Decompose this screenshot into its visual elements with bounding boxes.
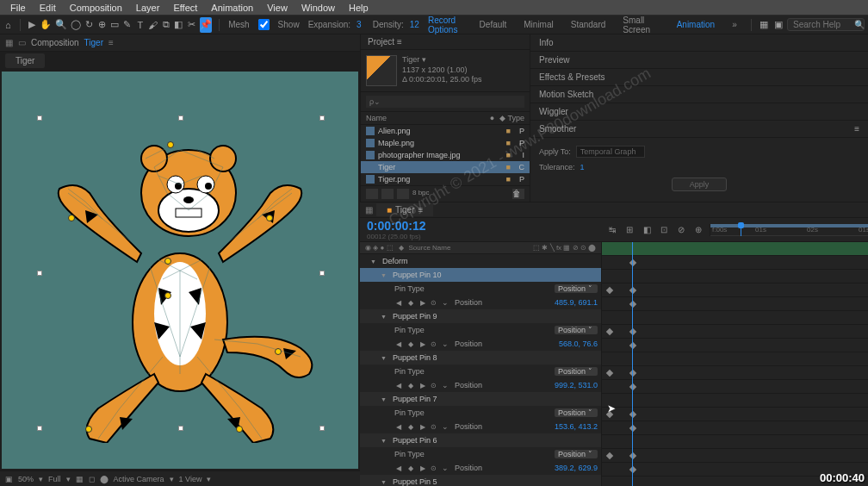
timecode[interactable]: 0:00:00:12 bbox=[367, 219, 594, 233]
puppet-pin[interactable] bbox=[275, 348, 282, 355]
text-tool[interactable]: T bbox=[135, 17, 145, 33]
wiggler-panel[interactable]: Wiggler bbox=[530, 103, 868, 121]
playhead[interactable] bbox=[741, 224, 741, 236]
density-value[interactable]: 12 bbox=[410, 20, 419, 29]
track-row[interactable] bbox=[602, 366, 868, 380]
search-help-input[interactable] bbox=[787, 18, 865, 31]
motion-sketch-panel[interactable]: Motion Sketch bbox=[530, 86, 868, 103]
track-row[interactable] bbox=[602, 352, 868, 366]
workspace-default[interactable]: Default bbox=[473, 18, 514, 31]
type-column[interactable]: ◆ Type bbox=[499, 114, 524, 122]
position-row[interactable]: ◀◆▶⊙⌄Position485.9, 691.1 bbox=[360, 296, 601, 309]
menu-help[interactable]: Help bbox=[342, 1, 375, 15]
puppet-pin[interactable] bbox=[164, 292, 171, 299]
menu-composition[interactable]: Composition bbox=[63, 1, 129, 15]
comp-name[interactable]: Tiger bbox=[84, 38, 103, 47]
selection-handle[interactable] bbox=[319, 115, 325, 121]
position-row[interactable]: ◀◆▶⊙⌄Position153.6, 413.2 bbox=[360, 420, 601, 433]
timeline-tab-tiger[interactable]: ■ Tiger ≡ bbox=[376, 203, 433, 216]
zoom-dropdown[interactable]: 50% bbox=[18, 475, 34, 483]
new-comp-icon[interactable] bbox=[381, 189, 394, 199]
smoother-apply-button[interactable]: Apply bbox=[672, 178, 728, 191]
menu-layer[interactable]: Layer bbox=[129, 1, 167, 15]
track-row[interactable] bbox=[602, 284, 868, 297]
selection-handle[interactable] bbox=[178, 426, 183, 431]
track-row[interactable] bbox=[602, 435, 868, 449]
puppet-pin-row[interactable]: ▼Puppet Pin 7 bbox=[360, 392, 601, 406]
position-row[interactable]: ◀◆▶⊙⌄Position389.2, 629.9 bbox=[360, 461, 601, 475]
eraser-tool[interactable]: ◧ bbox=[174, 17, 183, 33]
tc-icon-3[interactable]: ◧ bbox=[641, 224, 653, 236]
tc-icon-2[interactable]: ⊞ bbox=[623, 224, 636, 236]
pin-type-row[interactable]: Pin TypePosition ˅ bbox=[360, 282, 601, 296]
apply-to-input[interactable] bbox=[576, 146, 645, 158]
puppet-pin[interactable] bbox=[266, 215, 273, 221]
brush-tool[interactable]: 🖌 bbox=[148, 17, 158, 33]
track-row[interactable] bbox=[602, 421, 868, 435]
zoom-tool[interactable]: 🔍 bbox=[55, 17, 67, 33]
puppet-pin[interactable] bbox=[68, 215, 75, 221]
grid-icon[interactable]: ▦ bbox=[76, 475, 84, 483]
selection-handle[interactable] bbox=[178, 115, 183, 121]
toolbar-icon-2[interactable]: ▣ bbox=[772, 17, 784, 33]
pin-type-row[interactable]: Pin TypePosition ˅ bbox=[360, 447, 601, 461]
menu-edit[interactable]: Edit bbox=[33, 1, 63, 15]
project-item[interactable]: Maple.png■P bbox=[361, 137, 530, 149]
project-item[interactable]: Tiger■C bbox=[361, 161, 530, 173]
roto-tool[interactable]: ✂ bbox=[187, 17, 196, 33]
workspace-more[interactable]: » bbox=[725, 18, 744, 31]
track-row[interactable] bbox=[602, 256, 868, 270]
puppet-pin-row[interactable]: ▼Puppet Pin 6 bbox=[360, 433, 601, 447]
label-column-icon[interactable]: ● bbox=[490, 114, 494, 122]
puppet-pin-row[interactable]: ▼Puppet Pin 9 bbox=[360, 309, 601, 323]
delete-icon[interactable]: 🗑 bbox=[512, 189, 524, 199]
project-item[interactable]: Tiger.png■P bbox=[361, 173, 530, 185]
comp-layout-icon[interactable]: ▦ bbox=[5, 38, 13, 47]
tc-icon-6[interactable]: ⊕ bbox=[692, 224, 704, 236]
track-row[interactable] bbox=[602, 449, 868, 463]
hand-tool[interactable]: ✋ bbox=[40, 17, 52, 33]
camera-dropdown[interactable]: Active Camera bbox=[114, 475, 164, 483]
deform-row[interactable]: ▼Deform bbox=[360, 254, 601, 268]
expansion-value[interactable]: 3 bbox=[356, 20, 362, 29]
bpc-icon[interactable] bbox=[397, 189, 409, 199]
record-options[interactable]: Record Options bbox=[428, 16, 464, 34]
workspace-standard[interactable]: Standard bbox=[564, 18, 613, 31]
track-row[interactable] bbox=[602, 408, 868, 421]
clone-tool[interactable]: ⧉ bbox=[161, 17, 170, 33]
channel-icon[interactable]: ⬤ bbox=[100, 475, 108, 483]
effects-presets-panel[interactable]: Effects & Presets bbox=[530, 69, 868, 86]
workspace-animation[interactable]: Animation bbox=[670, 18, 722, 31]
puppet-pin-row[interactable]: ▼Puppet Pin 8 bbox=[360, 351, 601, 364]
sub-tab-tiger[interactable]: Tiger bbox=[5, 53, 45, 68]
info-panel[interactable]: Info bbox=[530, 34, 868, 52]
keyframe-area[interactable] bbox=[601, 242, 868, 486]
comp-flow-icon[interactable]: ▭ bbox=[18, 38, 26, 47]
selection-tool[interactable]: ▶ bbox=[27, 17, 36, 33]
track-row[interactable] bbox=[602, 311, 868, 325]
puppet-pin[interactable] bbox=[236, 426, 243, 433]
view-dropdown[interactable]: 1 View bbox=[179, 475, 202, 483]
track-row[interactable] bbox=[602, 394, 868, 408]
selection-handle[interactable] bbox=[319, 426, 325, 431]
puppet-pin[interactable] bbox=[167, 141, 174, 148]
track-row[interactable] bbox=[602, 380, 868, 394]
time-ruler[interactable]: f:00s 01s 02s 01s 02s 02s bbox=[710, 224, 868, 236]
tc-icon-5[interactable]: ⊘ bbox=[675, 224, 687, 236]
puppet-pin-row[interactable]: ▼Puppet Pin 5 bbox=[360, 475, 601, 486]
workspace-minimal[interactable]: Minimal bbox=[517, 18, 560, 31]
puppet-pin[interactable] bbox=[85, 426, 92, 433]
tc-icon-4[interactable]: ⊡ bbox=[658, 224, 670, 236]
preview-panel[interactable]: Preview bbox=[530, 52, 868, 69]
new-folder-icon[interactable] bbox=[366, 189, 378, 199]
pin-type-row[interactable]: Pin TypePosition ˅ bbox=[360, 323, 601, 337]
comp-menu-icon[interactable]: ≡ bbox=[108, 38, 114, 47]
rotate-tool[interactable]: ↻ bbox=[84, 17, 94, 33]
track-row[interactable] bbox=[602, 339, 868, 352]
pin-type-row[interactable]: Pin TypePosition ˅ bbox=[360, 406, 601, 420]
mask-icon[interactable]: ◻ bbox=[89, 475, 95, 483]
menu-animation[interactable]: Animation bbox=[204, 1, 260, 15]
toolbar-icon-1[interactable]: ▦ bbox=[758, 17, 769, 33]
selection-handle[interactable] bbox=[319, 271, 325, 276]
position-row[interactable]: ◀◆▶⊙⌄Position999.2, 531.0 bbox=[360, 378, 601, 392]
